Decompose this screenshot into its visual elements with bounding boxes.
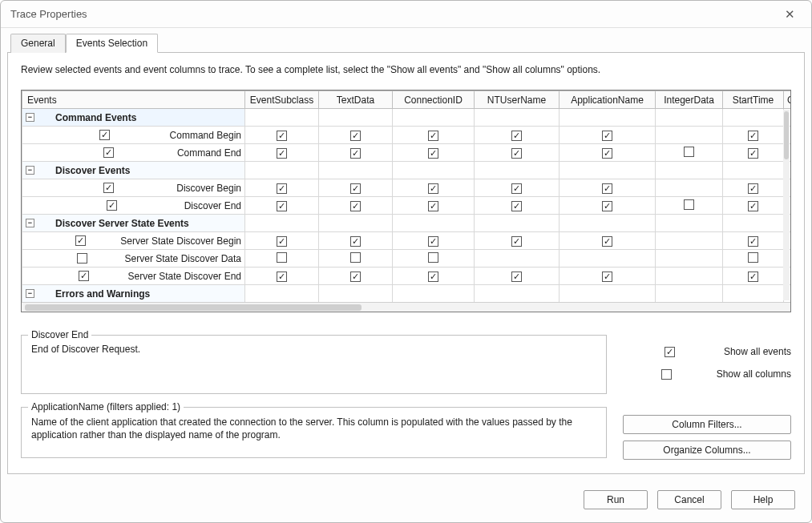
event-row[interactable]: Server State Discover Begin [22, 232, 791, 250]
group-row[interactable]: −Discover Server State Events [22, 215, 791, 232]
event-row[interactable]: Server State Discover End [22, 268, 791, 285]
cell-checkbox[interactable] [684, 199, 694, 210]
group-row[interactable]: −Command Events [22, 109, 791, 127]
cell-checkbox[interactable] [748, 201, 758, 211]
show-all-events-label: Show all events [724, 346, 791, 357]
organize-columns-button[interactable]: Organize Columns... [623, 441, 791, 460]
row-select-checkbox[interactable] [107, 200, 117, 211]
cell-checkbox[interactable] [428, 183, 438, 194]
row-select-checkbox[interactable] [79, 271, 89, 281]
cell-checkbox[interactable] [277, 252, 287, 263]
event-row[interactable]: Command Begin [22, 127, 791, 144]
trace-properties-dialog: Trace Properties ✕ General Events Select… [0, 0, 812, 523]
cell-checkbox[interactable] [511, 131, 522, 141]
show-all-events-checkbox[interactable] [665, 347, 675, 357]
cell-checkbox[interactable] [350, 183, 361, 194]
cell-checkbox[interactable] [350, 148, 361, 159]
collapse-icon[interactable]: − [26, 289, 34, 298]
col-header-events[interactable]: Events [22, 91, 245, 109]
tab-events-selection[interactable]: Events Selection [66, 34, 158, 53]
event-label: Command End [177, 147, 241, 159]
events-grid[interactable]: Events EventSubclass TextData Connection… [21, 90, 791, 312]
group-label: Command Events [55, 112, 136, 123]
show-all-columns-checkbox[interactable] [661, 369, 672, 380]
run-button[interactable]: Run [584, 490, 648, 509]
tab-general[interactable]: General [10, 34, 66, 53]
cell-checkbox[interactable] [602, 131, 612, 141]
horizontal-scrollbar[interactable] [22, 302, 790, 312]
col-header-applicationname[interactable]: ApplicationName [560, 91, 656, 109]
cell-checkbox[interactable] [602, 272, 612, 282]
cell-checkbox[interactable] [748, 131, 758, 141]
show-all-events-option[interactable]: Show all events [623, 346, 791, 357]
group-row[interactable]: −Discover Events [22, 162, 791, 179]
row-select-checkbox[interactable] [103, 147, 114, 158]
cell-checkbox[interactable] [277, 131, 287, 141]
event-label: Server State Discover Begin [120, 235, 241, 247]
cell-checkbox[interactable] [511, 272, 522, 282]
event-label: Server State Discover Data [125, 253, 241, 264]
event-label: Discover End [184, 200, 241, 211]
col-header-integerdata[interactable]: IntegerData [656, 91, 723, 109]
cell-checkbox[interactable] [511, 236, 522, 247]
group-label: Errors and Warnings [55, 288, 150, 300]
show-all-columns-option[interactable]: Show all columns [623, 368, 791, 380]
cell-checkbox[interactable] [748, 252, 758, 263]
column-description-text: Name of the client application that crea… [31, 416, 596, 441]
cell-checkbox[interactable] [350, 201, 361, 211]
cancel-button[interactable]: Cancel [657, 490, 721, 509]
event-row[interactable]: Server State Discover Data [22, 250, 791, 268]
cell-checkbox[interactable] [602, 236, 612, 247]
cell-checkbox[interactable] [277, 236, 287, 247]
cell-checkbox[interactable] [428, 236, 438, 247]
row-select-checkbox[interactable] [75, 235, 86, 246]
event-row[interactable]: Command End [22, 144, 791, 162]
collapse-icon[interactable]: − [26, 219, 34, 227]
cell-checkbox[interactable] [748, 148, 758, 159]
cell-checkbox[interactable] [428, 252, 438, 263]
cell-checkbox[interactable] [350, 131, 361, 141]
cell-checkbox[interactable] [428, 131, 438, 141]
cell-checkbox[interactable] [511, 201, 522, 211]
col-header-connectionid[interactable]: ConnectionID [393, 91, 475, 109]
cell-checkbox[interactable] [748, 183, 758, 194]
close-icon[interactable]: ✕ [778, 6, 802, 23]
row-select-checkbox[interactable] [77, 253, 87, 264]
cell-checkbox[interactable] [350, 252, 361, 263]
cell-checkbox[interactable] [277, 148, 287, 159]
cell-checkbox[interactable] [428, 201, 438, 211]
col-header-starttime[interactable]: StartTime [723, 91, 784, 109]
event-row[interactable]: Discover Begin [22, 179, 791, 197]
col-header-last[interactable]: C [784, 91, 791, 109]
cell-checkbox[interactable] [350, 236, 361, 247]
cell-checkbox[interactable] [277, 183, 287, 194]
row-select-checkbox[interactable] [99, 130, 110, 140]
cell-checkbox[interactable] [748, 272, 758, 282]
cell-checkbox[interactable] [684, 147, 694, 157]
tabstrip: General Events Selection [1, 28, 811, 52]
collapse-icon[interactable]: − [26, 166, 34, 175]
event-row[interactable]: Discover End [22, 197, 791, 215]
cell-checkbox[interactable] [511, 148, 522, 159]
cell-checkbox[interactable] [602, 201, 612, 211]
col-header-textdata[interactable]: TextData [319, 91, 393, 109]
cell-checkbox[interactable] [602, 183, 612, 194]
help-button[interactable]: Help [731, 490, 795, 509]
cell-checkbox[interactable] [277, 272, 287, 282]
collapse-icon[interactable]: − [26, 113, 34, 122]
col-header-eventsubclass[interactable]: EventSubclass [245, 91, 319, 109]
cell-checkbox[interactable] [602, 148, 612, 159]
group-row[interactable]: −Errors and Warnings [22, 285, 791, 303]
cell-checkbox[interactable] [428, 148, 438, 159]
vertical-scrollbar[interactable] [783, 110, 790, 300]
cell-checkbox[interactable] [277, 201, 287, 211]
row-select-checkbox[interactable] [103, 183, 114, 193]
cell-checkbox[interactable] [428, 272, 438, 282]
cell-checkbox[interactable] [350, 272, 361, 282]
cell-checkbox[interactable] [748, 236, 758, 247]
group-label: Discover Events [55, 165, 130, 176]
column-filters-button[interactable]: Column Filters... [623, 415, 791, 434]
event-description-box: Discover End End of Discover Request. [21, 335, 607, 394]
cell-checkbox[interactable] [511, 183, 522, 194]
col-header-ntusername[interactable]: NTUserName [475, 91, 560, 109]
